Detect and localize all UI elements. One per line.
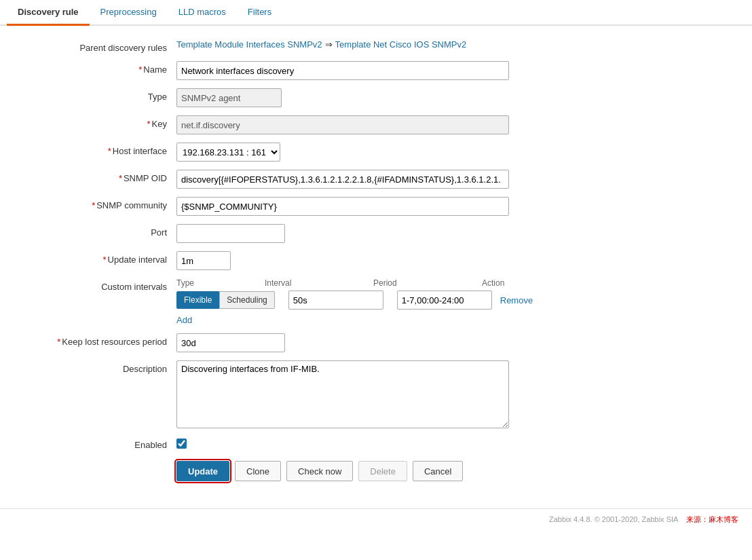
name-required: *	[138, 64, 142, 75]
update-interval-label: *Update interval	[27, 251, 176, 265]
key-label: *Key	[27, 115, 176, 129]
tab-filters[interactable]: Filters	[237, 0, 282, 26]
action-buttons: Update Clone Check now Delete Cancel	[176, 461, 584, 481]
update-interval-row: *Update interval	[27, 251, 584, 270]
type-row: Type	[27, 88, 584, 107]
custom-intervals-label: Custom intervals	[27, 278, 176, 292]
host-interface-required: *	[108, 146, 111, 156]
tabs-bar: Discovery rule Preprocessing LLD macros …	[0, 0, 752, 26]
snmp-oid-label: *SNMP OID	[27, 170, 176, 183]
port-label: Port	[27, 224, 176, 238]
update-interval-field	[176, 251, 584, 270]
key-required: *	[147, 119, 151, 129]
type-field	[176, 88, 584, 107]
enabled-label: Enabled	[27, 436, 176, 450]
snmp-oid-field	[176, 170, 584, 189]
enabled-checkbox[interactable]	[176, 438, 187, 449]
name-row: *Name	[27, 61, 584, 80]
host-interface-field: 192.168.23.131 : 161	[176, 143, 584, 162]
period-input[interactable]	[397, 291, 492, 310]
snmp-community-required: *	[92, 200, 95, 210]
tab-lld-macros[interactable]: LLD macros	[168, 0, 237, 26]
enabled-row: Enabled	[27, 436, 584, 450]
key-row: *Key	[27, 115, 584, 134]
keep-lost-required: *	[57, 337, 60, 347]
custom-intervals-row: Custom intervals Type Interval Period Ac…	[27, 278, 584, 325]
form-container: Parent discovery rules Template Module I…	[0, 26, 611, 495]
parent-link-2[interactable]: Template Net Cisco IOS SNMPv2	[335, 39, 467, 50]
host-interface-row: *Host interface 192.168.23.131 : 161	[27, 143, 584, 162]
custom-intervals-field: Type Interval Period Action Flexible Sch…	[176, 278, 584, 325]
interval-input[interactable]	[288, 291, 383, 310]
type-input	[176, 88, 282, 107]
snmp-community-field	[176, 197, 584, 216]
type-label: Type	[27, 88, 176, 102]
tab-discovery-rule[interactable]: Discovery rule	[7, 0, 90, 26]
keep-lost-field	[176, 333, 584, 352]
name-label: *Name	[27, 61, 176, 75]
btn-scheduling[interactable]: Scheduling	[219, 291, 274, 309]
footer-text: Zabbix 4.4.8. © 2001-2020, Zabbix SIA	[549, 515, 678, 523]
snmp-community-label: *SNMP community	[27, 197, 176, 210]
host-interface-label: *Host interface	[27, 143, 176, 156]
cancel-button[interactable]: Cancel	[413, 461, 463, 481]
parent-arrow: ⇒	[325, 39, 333, 50]
description-textarea[interactable]: Discovering interfaces from IF-MIB.	[176, 360, 509, 428]
clone-button[interactable]: Clone	[235, 461, 281, 481]
footer: Zabbix 4.4.8. © 2001-2020, Zabbix SIA 来源…	[0, 508, 752, 530]
snmp-oid-input[interactable]	[176, 170, 509, 189]
enabled-field	[176, 438, 584, 449]
keep-lost-label: *Keep lost resources period	[27, 333, 176, 347]
description-field: Discovering interfaces from IF-MIB.	[176, 360, 584, 428]
delete-button[interactable]: Delete	[358, 461, 407, 481]
host-interface-select[interactable]: 192.168.23.131 : 161	[176, 143, 280, 162]
add-link[interactable]: Add	[176, 315, 192, 325]
remove-link[interactable]: Remove	[500, 295, 533, 305]
custom-intervals-block: Type Interval Period Action Flexible Sch…	[176, 278, 557, 325]
check-now-button[interactable]: Check now	[286, 461, 353, 481]
key-input[interactable]	[176, 115, 509, 134]
description-row: Description Discovering interfaces from …	[27, 360, 584, 428]
snmp-oid-row: *SNMP OID	[27, 170, 584, 189]
update-interval-input[interactable]	[176, 251, 231, 270]
parent-discovery-rules-row: Parent discovery rules Template Module I…	[27, 39, 584, 53]
keep-lost-input[interactable]	[176, 333, 285, 352]
keep-lost-row: *Keep lost resources period	[27, 333, 584, 352]
snmp-oid-required: *	[119, 173, 122, 183]
parent-link-1[interactable]: Template Module Interfaces SNMPv2	[176, 39, 322, 50]
custom-intervals-data-row: Flexible Scheduling Remove	[176, 291, 557, 310]
update-button[interactable]: Update	[176, 461, 229, 481]
name-input[interactable]	[176, 61, 509, 80]
col-action-header: Action	[482, 278, 536, 288]
footer-watermark: 来源：麻木博客	[686, 515, 738, 523]
description-label: Description	[27, 360, 176, 374]
btn-flexible[interactable]: Flexible	[176, 291, 219, 309]
port-input[interactable]	[176, 224, 285, 243]
name-field	[176, 61, 584, 80]
custom-intervals-header: Type Interval Period Action	[176, 278, 557, 288]
parent-discovery-rules-label: Parent discovery rules	[27, 39, 176, 53]
snmp-community-input[interactable]	[176, 197, 509, 216]
tab-preprocessing[interactable]: Preprocessing	[90, 0, 168, 26]
key-field	[176, 115, 584, 134]
port-row: Port	[27, 224, 584, 243]
add-link-container: Add	[176, 312, 557, 325]
col-interval-header: Interval	[265, 278, 373, 288]
parent-discovery-rules-field: Template Module Interfaces SNMPv2 ⇒ Temp…	[176, 39, 584, 50]
port-field	[176, 224, 584, 243]
col-period-header: Period	[373, 278, 482, 288]
col-type-header: Type	[176, 278, 265, 288]
update-interval-required: *	[102, 255, 106, 265]
snmp-community-row: *SNMP community	[27, 197, 584, 216]
